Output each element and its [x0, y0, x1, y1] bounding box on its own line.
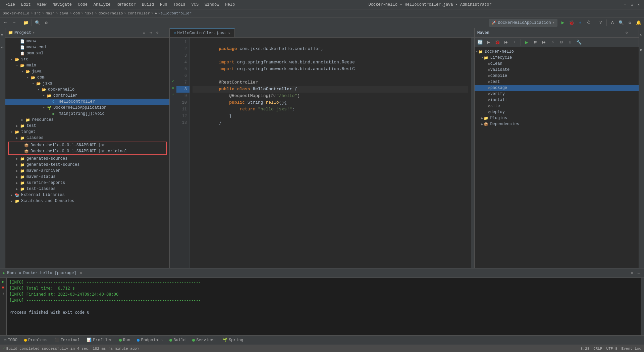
maven-debug[interactable]: 🐞 — [493, 38, 501, 46]
toolbar-search[interactable]: 🔍 — [34, 19, 42, 27]
sidebar-structure-icon[interactable]: S — [0, 42, 5, 52]
sidebar-database-icon[interactable]: D — [639, 30, 644, 40]
menu-tools[interactable]: Tools — [171, 2, 188, 8]
project-scroll-from-source[interactable]: ⇥ — [148, 30, 153, 36]
maven-item-clean[interactable]: ⚙ clean — [475, 61, 639, 67]
tree-item-generated-sources[interactable]: ▶ 📁 generated-sources — [5, 156, 169, 162]
bottom-run[interactable]: Run — [118, 337, 132, 343]
bottom-terminal[interactable]: ⬛ Terminal — [53, 337, 82, 343]
status-crlf[interactable]: CRLF — [593, 347, 602, 351]
menu-build[interactable]: Build — [139, 2, 157, 8]
menu-code[interactable]: Code — [75, 2, 90, 8]
project-hide[interactable]: — — [161, 30, 167, 36]
maven-run-green[interactable]: ▶ — [523, 38, 531, 46]
sidebar-maven-icon[interactable]: M — [639, 45, 644, 55]
tree-item-classes[interactable]: ▶ 📁 classes — [5, 135, 169, 141]
tree-item-controller[interactable]: ▾ 📂 controller — [5, 93, 169, 99]
tab-close-button[interactable]: ✕ — [228, 31, 230, 35]
tree-item-jsxs[interactable]: ▾ 📂 jsxs — [5, 81, 169, 87]
menu-window[interactable]: Window — [202, 2, 222, 8]
tree-item-mvnw-cmd[interactable]: 📄 mvnw.cmd — [5, 44, 169, 50]
tree-item-main-method[interactable]: m main(String[]):void — [5, 111, 169, 117]
maven-collapse[interactable]: ⊟ — [557, 38, 566, 46]
bottom-services[interactable]: Services — [191, 337, 217, 343]
toolbar-forward[interactable]: → — [10, 19, 18, 27]
maven-lifecycle-btn[interactable]: ⚡ — [549, 38, 557, 46]
maven-m-btn[interactable]: m — [531, 38, 539, 46]
maven-item-install[interactable]: ⚙ install — [475, 97, 639, 103]
tree-item-java-folder[interactable]: ▾ 📂 java — [5, 68, 169, 74]
maven-skip-test[interactable]: ⏭ — [502, 38, 510, 46]
help-button[interactable]: ? — [597, 19, 605, 27]
run-settings[interactable]: ⚙ — [629, 270, 635, 276]
bottom-spring[interactable]: 🌱 Spring — [221, 337, 245, 343]
bottom-build[interactable]: Build — [168, 337, 187, 343]
breadcrumb-item-4[interactable]: com — [73, 11, 80, 15]
tree-item-jar1[interactable]: 📦 Docker-hello-0.0.1-SNAPSHOT.jar — [9, 142, 166, 148]
tree-item-surefire-reports[interactable]: ▶ 📁 surefire-reports — [5, 180, 169, 186]
maven-item-plugins[interactable]: ▶ 📁 Plugins — [475, 115, 639, 121]
editor-scrollbar[interactable] — [471, 38, 474, 268]
status-line-col[interactable]: 8:28 — [581, 347, 589, 351]
maven-item-compile[interactable]: ⚙ compile — [475, 73, 639, 79]
tree-item-external-libraries[interactable]: ▶ 📚 External Libraries — [5, 192, 169, 198]
maven-expand[interactable]: + — [511, 38, 519, 46]
bottom-profiler[interactable]: 📊 Profiler — [85, 337, 114, 343]
project-settings[interactable]: ⚙ — [155, 30, 160, 36]
status-event-log[interactable]: Event Log — [622, 347, 641, 351]
tree-item-pom[interactable]: 📋 pom.xml — [5, 50, 169, 56]
status-charset[interactable]: UTF-8 — [606, 347, 618, 351]
maven-run[interactable]: ▶ — [485, 38, 493, 46]
maven-item-package[interactable]: ⚙ package — [475, 85, 639, 91]
menu-refactor[interactable]: Refactor — [114, 2, 139, 8]
tree-item-test[interactable]: ▶ 📁 test — [5, 123, 169, 129]
tree-item-hellocontroller[interactable]: C HelloController — [5, 99, 169, 105]
restore-button[interactable]: ◻ — [629, 2, 635, 7]
sidebar-project-icon[interactable]: P — [0, 30, 5, 40]
run-stop-icon[interactable]: ■ — [1, 285, 6, 290]
tree-item-src[interactable]: ▾ 📂 src — [5, 56, 169, 62]
maven-hide[interactable]: — — [631, 30, 636, 36]
project-dropdown-icon[interactable]: ▾ — [33, 31, 35, 35]
code-area[interactable]: package com.jsxs.dockerhello.controller;… — [190, 38, 471, 268]
translate-button[interactable]: A — [608, 19, 616, 27]
breadcrumb-active[interactable]: HelloController — [158, 11, 192, 15]
bottom-todo[interactable]: ☑ TODO — [3, 337, 19, 343]
maven-expand2[interactable]: ⊞ — [566, 38, 574, 46]
toolbar-search2[interactable]: 🔍 — [617, 19, 625, 27]
menu-file[interactable]: File — [3, 2, 18, 8]
run-play-icon[interactable]: ▶ — [1, 279, 6, 284]
toolbar-notifications[interactable]: 🔔 — [635, 19, 643, 27]
run-button[interactable]: ▶ — [559, 19, 567, 27]
breadcrumb-item-6[interactable]: dockerhello — [99, 11, 123, 15]
maven-item-lifecycle[interactable]: ▾ 📁 Lifecycle — [475, 55, 639, 61]
bottom-endpoints[interactable]: Endpoints — [136, 337, 164, 343]
tab-hellocontroller[interactable]: C HelloController.java ✕ — [170, 29, 235, 37]
bottom-problems[interactable]: Problems — [23, 337, 49, 343]
tree-item-target[interactable]: ▾ 📂 target — [5, 129, 169, 135]
close-button[interactable]: ✕ — [636, 2, 641, 7]
run-hide[interactable]: — — [636, 270, 641, 276]
tree-item-dockerhello[interactable]: ▾ 📂 dockerhello — [5, 87, 169, 93]
maven-item-docker-hello[interactable]: ▾ 📁 Docker-hello — [475, 49, 639, 55]
breadcrumb-item-0[interactable]: Docker-hello — [3, 11, 29, 15]
tree-item-com[interactable]: ▾ 📂 com — [5, 74, 169, 81]
maven-item-dependencies[interactable]: ▶ 📦 Dependencies — [475, 121, 639, 127]
run-config-selector[interactable]: 🚀 DockerHelloApplication ▾ — [489, 19, 557, 27]
debug-button[interactable]: 🐞 — [568, 19, 576, 27]
tree-item-maven-archiver[interactable]: ▶ 📁 maven-archiver — [5, 168, 169, 174]
maven-refresh[interactable]: 🔄 — [476, 38, 484, 46]
menu-view[interactable]: View — [34, 2, 49, 8]
tree-item-resources[interactable]: ▶ 📁 resources — [5, 117, 169, 123]
run-scrollbar[interactable] — [641, 278, 644, 335]
menu-vcs[interactable]: VCS — [189, 2, 202, 8]
menu-edit[interactable]: Edit — [18, 2, 34, 8]
maven-item-verify[interactable]: ⚙ verify — [475, 91, 639, 97]
tree-item-generated-test-sources[interactable]: ▶ 📁 generated-test-sources — [5, 162, 169, 168]
toolbar-settings2[interactable]: ⚙ — [626, 19, 634, 27]
maven-item-validate[interactable]: ⚙ validate — [475, 67, 639, 73]
tree-item-mvnw[interactable]: 📄 mvnw — [5, 38, 169, 44]
minimize-button[interactable]: ─ — [623, 2, 628, 7]
toolbar-project[interactable]: 📁 — [22, 19, 30, 27]
menu-help[interactable]: Help — [222, 2, 237, 8]
